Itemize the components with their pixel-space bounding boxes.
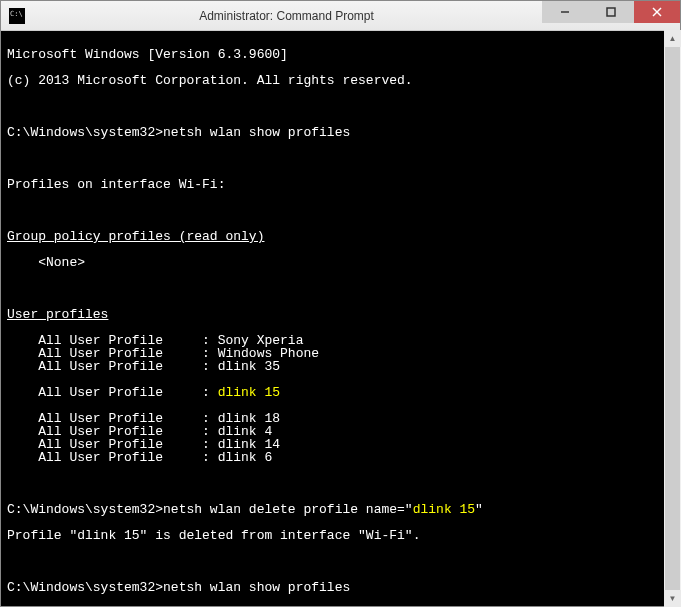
scroll-thumb[interactable] [665,47,680,590]
terminal-area[interactable]: Microsoft Windows [Version 6.3.9600] (c)… [1,31,680,606]
scrollbar[interactable]: ▲ ▼ [664,30,681,607]
none-line: <None> [7,256,674,269]
prompt-line: C:\Windows\system32>netsh wlan show prof… [7,581,674,594]
maximize-button[interactable] [588,1,634,23]
header-line: (c) 2013 Microsoft Corporation. All righ… [7,74,674,87]
output-line: Profile "dlink 15" is deleted from inter… [7,529,674,542]
profile-row: All User Profile : dlink 15 [7,386,674,399]
scroll-up-button[interactable]: ▲ [664,30,681,47]
section-heading: Group policy profiles (read only) [7,230,674,243]
scroll-down-button[interactable]: ▼ [664,590,681,607]
section-heading: User profiles [7,308,674,321]
highlighted-profile: dlink 15 [218,385,280,400]
window-controls [542,1,680,23]
profile-row: All User Profile : dlink 6 [7,451,674,464]
section-heading: Profiles on interface Wi-Fi: [7,178,674,191]
header-line: Microsoft Windows [Version 6.3.9600] [7,48,674,61]
titlebar[interactable]: Administrator: Command Prompt [1,1,680,31]
prompt-line: C:\Windows\system32>netsh wlan delete pr… [7,503,674,516]
cmd-icon [9,8,25,24]
window-title: Administrator: Command Prompt [33,9,540,23]
svg-rect-1 [607,8,615,16]
profile-row: All User Profile : dlink 35 [7,360,674,373]
close-button[interactable] [634,1,680,23]
highlighted-arg: dlink 15 [413,502,475,517]
minimize-button[interactable] [542,1,588,23]
prompt-line: C:\Windows\system32>netsh wlan show prof… [7,126,674,139]
